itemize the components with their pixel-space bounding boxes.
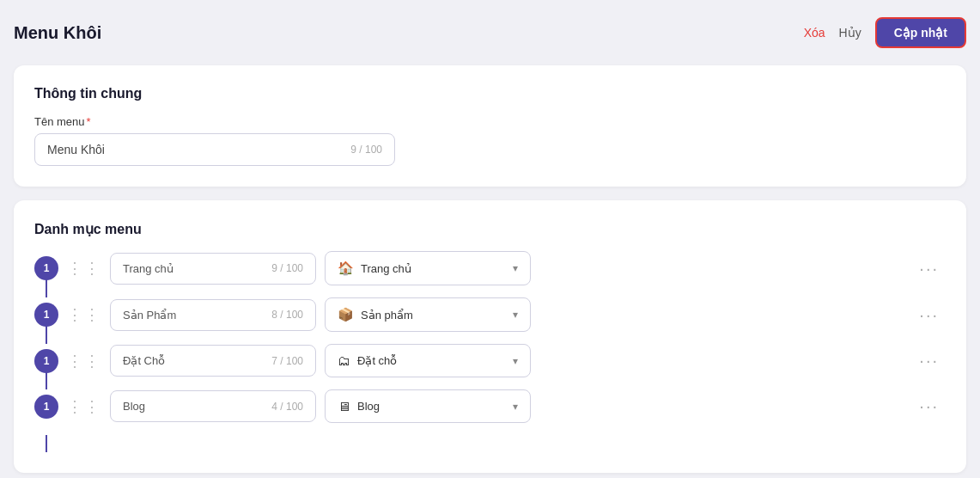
chevron-down-icon: ▾ [513, 401, 518, 413]
item-link-select[interactable]: 📦 Sản phẩm ▾ [325, 297, 531, 332]
item-link-select[interactable]: 🖥 Blog ▾ [325, 389, 531, 423]
bottom-connector-line [46, 435, 47, 452]
menu-items-list: 1 ⋮⋮ 9 / 100 🏠 Trang chủ ▾ ··· 1 ⋮⋮ 8 / … [34, 251, 946, 423]
chevron-down-icon: ▾ [513, 262, 518, 274]
page-title: Menu Khôi [14, 23, 101, 43]
chevron-down-icon: ▾ [513, 355, 518, 367]
item-badge: 1 [34, 395, 58, 419]
item-name-char-count: 7 / 100 [271, 355, 303, 367]
menu-name-char-count: 9 / 100 [350, 144, 382, 156]
item-badge: 1 [34, 256, 58, 280]
menu-name-field[interactable]: 9 / 100 [34, 133, 395, 166]
update-button[interactable]: Cập nhật [875, 17, 966, 48]
chevron-down-icon: ▾ [513, 309, 518, 321]
item-name-field[interactable]: 8 / 100 [110, 299, 316, 331]
item-badge: 1 [34, 303, 58, 327]
header-actions: Xóa Hủy Cập nhật [804, 17, 966, 48]
drag-handle-icon[interactable]: ⋮⋮ [67, 259, 101, 278]
item-name-field[interactable]: 4 / 100 [110, 390, 316, 422]
menu-categories-card: Danh mục menu 1 ⋮⋮ 9 / 100 🏠 Trang chủ ▾… [14, 200, 966, 473]
item-badge: 1 [34, 349, 58, 373]
item-link-icon: 🏠 [338, 260, 354, 276]
more-options-button[interactable]: ··· [912, 351, 946, 371]
item-link-icon: 🖥 [338, 399, 350, 414]
more-options-button[interactable]: ··· [912, 396, 946, 416]
item-link-select[interactable]: 🏠 Trang chủ ▾ [325, 251, 531, 285]
item-link-select[interactable]: 🗂 Đặt chỗ ▾ [325, 344, 531, 377]
general-info-card: Thông tin chung Tên menu* 9 / 100 [14, 65, 966, 187]
item-name-char-count: 4 / 100 [271, 401, 303, 413]
more-options-button[interactable]: ··· [912, 259, 946, 279]
menu-section-title: Danh mục menu [34, 221, 946, 237]
item-link-label: Blog [357, 400, 380, 413]
menu-name-label: Tên menu* [34, 115, 946, 128]
delete-button[interactable]: Xóa [804, 26, 825, 40]
item-name-input[interactable] [123, 400, 265, 413]
item-name-input[interactable] [123, 309, 265, 322]
general-section-title: Thông tin chung [34, 86, 946, 101]
menu-item-row: 1 ⋮⋮ 4 / 100 🖥 Blog ▾ ··· [34, 389, 946, 423]
drag-handle-icon[interactable]: ⋮⋮ [67, 305, 101, 324]
cancel-button[interactable]: Hủy [839, 26, 861, 40]
item-link-icon: 🗂 [338, 353, 350, 368]
menu-name-input[interactable] [47, 143, 344, 156]
item-link-label: Sản phẩm [361, 309, 413, 322]
item-name-input[interactable] [123, 262, 265, 275]
menu-item-row: 1 ⋮⋮ 7 / 100 🗂 Đặt chỗ ▾ ··· [34, 344, 946, 377]
item-name-input[interactable] [123, 354, 265, 367]
item-link-label: Đặt chỗ [357, 354, 397, 367]
item-name-char-count: 9 / 100 [271, 262, 303, 274]
drag-handle-icon[interactable]: ⋮⋮ [67, 397, 101, 416]
menu-item-row: 1 ⋮⋮ 9 / 100 🏠 Trang chủ ▾ ··· [34, 251, 946, 285]
more-options-button[interactable]: ··· [912, 305, 946, 325]
menu-item-row: 1 ⋮⋮ 8 / 100 📦 Sản phẩm ▾ ··· [34, 297, 946, 332]
item-name-char-count: 8 / 100 [271, 309, 303, 321]
page-header: Menu Khôi Xóa Hủy Cập nhật [14, 14, 966, 52]
item-name-field[interactable]: 9 / 100 [110, 253, 316, 285]
item-link-label: Trang chủ [361, 262, 411, 275]
drag-handle-icon[interactable]: ⋮⋮ [67, 352, 101, 371]
item-link-icon: 📦 [338, 307, 354, 322]
item-name-field[interactable]: 7 / 100 [110, 345, 316, 377]
